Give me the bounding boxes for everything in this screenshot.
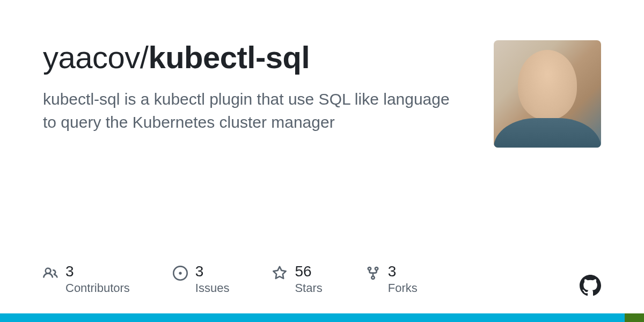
avatar[interactable]: [494, 40, 601, 148]
github-logo-icon[interactable]: [580, 275, 601, 296]
contributors-label: Contributors: [65, 281, 130, 295]
title-section: yaacov/kubectl-sql kubectl-sql is a kube…: [43, 40, 472, 134]
stat-text: 56 Stars: [295, 264, 322, 295]
repo-title[interactable]: yaacov/kubectl-sql: [43, 40, 472, 75]
fork-icon: [365, 266, 380, 281]
forks-count: 3: [388, 264, 418, 280]
stat-text: 3 Issues: [195, 264, 230, 295]
stars-count: 56: [295, 264, 322, 280]
header-row: yaacov/kubectl-sql kubectl-sql is a kube…: [43, 40, 601, 148]
stars-label: Stars: [295, 281, 322, 295]
issues-label: Issues: [195, 281, 230, 295]
forks-label: Forks: [388, 281, 418, 295]
contributors-count: 3: [65, 264, 130, 280]
stat-issues[interactable]: 3 Issues: [173, 264, 230, 295]
language-bar: [0, 313, 644, 322]
repo-name[interactable]: kubectl-sql: [148, 40, 310, 75]
stats-row: 3 Contributors 3 Issues 56 Stars: [43, 264, 601, 295]
language-segment: [625, 313, 644, 322]
repo-owner[interactable]: yaacov: [43, 40, 140, 75]
stat-contributors[interactable]: 3 Contributors: [43, 264, 130, 295]
repo-separator: /: [140, 40, 149, 75]
language-segment: [0, 313, 625, 322]
issues-count: 3: [195, 264, 230, 280]
contributors-icon: [43, 266, 58, 281]
repo-description: kubectl-sql is a kubectl plugin that use…: [43, 87, 462, 134]
stat-text: 3 Contributors: [65, 264, 130, 295]
stat-forks[interactable]: 3 Forks: [365, 264, 418, 295]
star-icon: [272, 266, 287, 281]
stat-text: 3 Forks: [388, 264, 418, 295]
stat-stars[interactable]: 56 Stars: [272, 264, 322, 295]
repo-card: yaacov/kubectl-sql kubectl-sql is a kube…: [0, 0, 644, 322]
issues-icon: [173, 266, 188, 281]
